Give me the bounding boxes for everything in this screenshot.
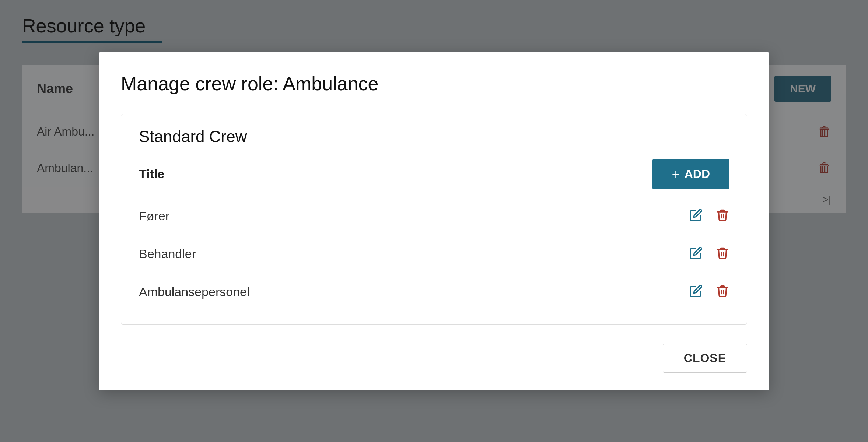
crew-row-1-name: Fører <box>139 209 689 223</box>
crew-row-2: Behandler <box>139 235 729 273</box>
crew-card: Standard Crew Title + ADD Fører <box>121 114 747 325</box>
crew-row-3-actions <box>689 284 729 300</box>
crew-row-1-actions <box>689 208 729 224</box>
crew-row-1-edit-icon[interactable] <box>689 208 703 224</box>
crew-row-2-name: Behandler <box>139 247 689 261</box>
close-button[interactable]: CLOSE <box>663 344 747 373</box>
crew-row-3-delete-icon[interactable] <box>716 284 729 300</box>
crew-row-3-name: Ambulansepersonel <box>139 285 689 299</box>
add-button-label: ADD <box>685 167 710 181</box>
crew-row-3: Ambulansepersonel <box>139 273 729 311</box>
modal-dialog: Manage crew role: Ambulance Standard Cre… <box>99 52 769 390</box>
crew-row-2-actions <box>689 246 729 262</box>
add-button[interactable]: + ADD <box>652 159 729 189</box>
crew-row-2-edit-icon[interactable] <box>689 246 703 262</box>
crew-title-column-header: Title <box>139 167 652 181</box>
crew-table-header: Title + ADD <box>139 159 729 197</box>
modal-footer: CLOSE <box>121 344 747 373</box>
modal-title: Manage crew role: Ambulance <box>121 73 747 95</box>
add-button-plus: + <box>672 167 680 181</box>
crew-row-2-delete-icon[interactable] <box>716 246 729 262</box>
crew-section-title: Standard Crew <box>139 127 729 146</box>
crew-row-1: Fører <box>139 197 729 235</box>
crew-row-3-edit-icon[interactable] <box>689 284 703 300</box>
crew-row-1-delete-icon[interactable] <box>716 208 729 224</box>
modal-overlay: Manage crew role: Ambulance Standard Cre… <box>0 0 868 442</box>
